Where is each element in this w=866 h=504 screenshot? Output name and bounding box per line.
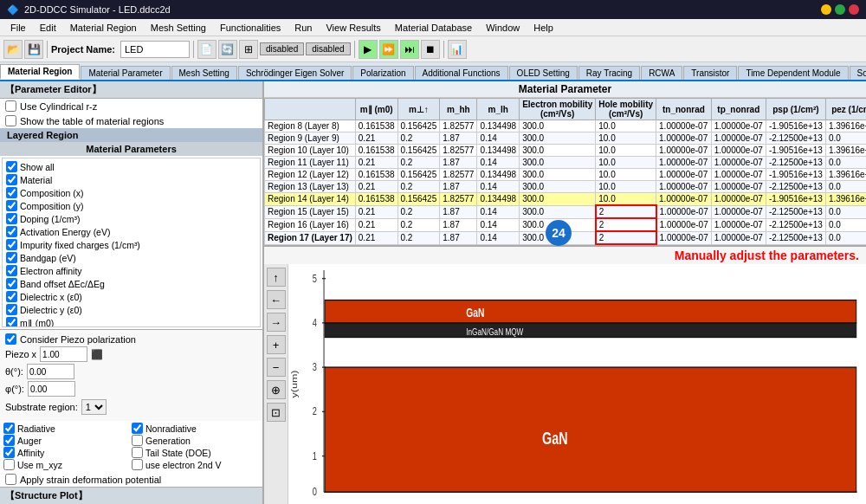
refresh-icon[interactable]: 🔄 [218, 40, 237, 59]
param-item: Dielectric y (ε0) [4, 303, 258, 316]
cell-mhh: 1.87 [440, 181, 477, 193]
chart-zoom-in-tool[interactable]: + [267, 335, 286, 354]
open-folder-icon[interactable]: 📂 [3, 40, 23, 59]
stop-icon[interactable]: ⏹ [421, 40, 440, 59]
auger-checkbox[interactable] [3, 435, 15, 446]
menu-functionalities[interactable]: Functionalities [213, 21, 288, 35]
menu-run[interactable]: Run [288, 21, 319, 35]
menu-edit[interactable]: Edit [33, 21, 63, 35]
table-row[interactable]: Region 12 (Layer 12) 0.161538 0.156425 1… [265, 169, 867, 181]
chart-select-tool[interactable]: ⊡ [267, 403, 286, 422]
chart-fit-tool[interactable]: ⊕ [267, 380, 286, 399]
param-checkbox[interactable] [6, 161, 17, 172]
tab-material-parameter[interactable]: Material Parameter [81, 66, 170, 80]
cell-tp: 1.00000e-07 [711, 181, 766, 193]
chart-right-tool[interactable]: → [267, 313, 286, 332]
cell-emob: 300.0 [520, 193, 596, 206]
substrate-select[interactable]: 1 [81, 399, 107, 415]
param-checkbox[interactable] [6, 278, 17, 289]
menu-help[interactable]: Help [527, 21, 560, 35]
tab-time-dependent[interactable]: Time Dependent Module [738, 66, 848, 80]
tail-state-checkbox[interactable] [132, 447, 143, 458]
maximize-button[interactable] [835, 4, 845, 15]
nonradiative-checkbox[interactable] [132, 423, 143, 434]
table-row[interactable]: Region 15 (Layer 15) 0.21 0.2 1.87 0.14 … [265, 205, 867, 218]
table-row[interactable]: Region 8 (Layer 8) 0.161538 0.156425 1.8… [265, 120, 867, 132]
affinity-checkbox[interactable] [3, 447, 15, 458]
tab-schrodinger[interactable]: Schrödinger Eigen Solver [238, 66, 352, 80]
cell-mlh: 0.14 [477, 181, 520, 193]
radiative-checkbox[interactable] [3, 423, 15, 434]
generation-checkbox[interactable] [132, 435, 143, 446]
tab-solar-cell[interactable]: Solar Cell [850, 66, 866, 80]
cell-mperp: 0.2 [397, 218, 440, 231]
minimize-button[interactable] [821, 4, 831, 15]
new-icon[interactable]: 📄 [197, 40, 216, 59]
param-checkbox[interactable] [6, 213, 17, 224]
table-row[interactable]: Region 11 (Layer 11) 0.21 0.2 1.87 0.14 … [265, 157, 867, 169]
play-icon[interactable]: ▶ [359, 40, 378, 59]
cell-tn: 1.00000e-07 [656, 132, 712, 145]
table-row[interactable]: Region 10 (Layer 10) 0.161538 0.156425 1… [265, 145, 867, 157]
menu-material-region[interactable]: Material Region [63, 21, 144, 35]
close-button[interactable] [849, 4, 859, 15]
phi-input[interactable] [28, 381, 75, 397]
tab-material-region[interactable]: Material Region [0, 64, 80, 80]
menu-view-results[interactable]: View Results [319, 21, 387, 35]
nonradiative-label: Nonradiative [145, 423, 197, 434]
param-checkbox[interactable] [6, 265, 17, 276]
chart-icon[interactable]: 📊 [448, 40, 467, 59]
fastforward-icon[interactable]: ⏭ [400, 40, 419, 59]
param-checkbox[interactable] [6, 187, 17, 198]
param-checkbox[interactable] [6, 239, 17, 250]
tab-additional-functions[interactable]: Additional Functions [415, 66, 508, 80]
param-checkbox[interactable] [6, 200, 17, 211]
menu-file[interactable]: File [3, 21, 33, 35]
cell-mpar: 0.21 [355, 181, 397, 193]
param-checkbox[interactable] [6, 174, 17, 185]
piezo-x-input[interactable] [40, 346, 87, 362]
tab-rcwa[interactable]: RCWA [641, 66, 682, 80]
disabled-tag-1: disabled [260, 42, 304, 55]
use-cylindrical-checkbox[interactable] [5, 100, 16, 112]
disabled-tag-2: disabled [306, 42, 350, 55]
use-mxyz-checkbox[interactable] [3, 459, 15, 470]
structure-plot-bar: 【Structure Plot】 [0, 487, 262, 504]
menu-material-database[interactable]: Material Database [388, 21, 479, 35]
tab-polarization[interactable]: Polarization [352, 66, 413, 80]
electron-2ndv-checkbox[interactable] [132, 459, 143, 470]
table-row[interactable]: Region 9 (Layer 9) 0.21 0.2 1.87 0.14 30… [265, 132, 867, 145]
tab-oled-setting[interactable]: OLED Setting [509, 66, 578, 80]
cell-region: Region 8 (Layer 8) [265, 120, 356, 132]
tab-transistor[interactable]: Transistor [683, 66, 737, 80]
cell-region: Region 11 (Layer 11) [265, 157, 356, 169]
menu-mesh-setting[interactable]: Mesh Setting [144, 21, 213, 35]
step-icon[interactable]: ⏩ [379, 40, 398, 59]
cell-mperp: 0.2 [397, 205, 440, 218]
chart-up-tool[interactable]: ↑ [267, 268, 286, 287]
cell-psp: -2.12500e+13 [766, 181, 825, 193]
menu-window[interactable]: Window [479, 21, 527, 35]
generation-label: Generation [145, 436, 191, 446]
param-checkbox[interactable] [6, 291, 17, 302]
param-label: Dielectric y (ε0) [20, 305, 82, 315]
apply-strain-checkbox[interactable] [5, 474, 16, 485]
table-row[interactable]: Region 13 (Layer 13) 0.21 0.2 1.87 0.14 … [265, 181, 867, 193]
param-checkbox[interactable] [6, 226, 17, 237]
tab-mesh-setting[interactable]: Mesh Setting [171, 66, 237, 80]
chart-zoom-out-tool[interactable]: − [267, 358, 286, 377]
grid-icon[interactable]: ⊞ [239, 40, 258, 59]
piezo-checkbox[interactable] [5, 333, 16, 345]
param-checkbox[interactable] [6, 317, 17, 327]
show-table-checkbox[interactable] [5, 115, 16, 126]
param-checkbox[interactable] [6, 304, 17, 315]
param-checkbox[interactable] [6, 252, 17, 263]
cell-mperp: 0.2 [397, 181, 440, 193]
table-row[interactable]: Region 14 (Layer 14) 0.161538 0.156425 1… [265, 193, 867, 206]
save-icon[interactable]: 💾 [24, 40, 43, 59]
chart-left-tool[interactable]: ← [267, 290, 286, 309]
project-name-input[interactable] [120, 41, 190, 58]
theta-input[interactable] [27, 364, 74, 379]
radiative-label: Radiative [17, 423, 55, 434]
tab-ray-tracing[interactable]: Ray Tracing [578, 66, 640, 80]
